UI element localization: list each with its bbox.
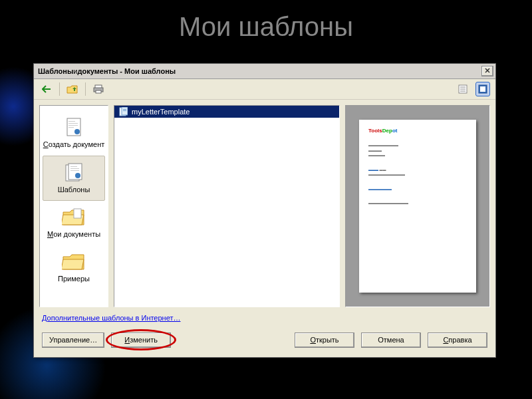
svg-point-20 — [75, 173, 80, 178]
preview-view-icon — [478, 84, 487, 94]
svg-rect-13 — [68, 127, 74, 128]
file-list-item[interactable]: myLetterTemplate — [114, 106, 339, 118]
sidebar-item-new-document[interactable]: Создать документ — [40, 111, 108, 156]
close-icon — [485, 68, 490, 73]
svg-point-14 — [74, 129, 80, 134]
sidebar-item-templates[interactable]: Шаблоны — [43, 156, 105, 201]
titlebar: Шаблоны и документы - Мои шаблоны — [34, 64, 495, 79]
title-sub: документы - Мои шаблоны — [77, 67, 176, 75]
close-button[interactable] — [481, 66, 493, 76]
up-button[interactable] — [65, 82, 80, 96]
svg-rect-17 — [70, 166, 77, 167]
svg-rect-21 — [74, 209, 81, 218]
svg-rect-18 — [70, 168, 79, 169]
svg-rect-2 — [96, 90, 101, 93]
open-button[interactable]: Открыть — [295, 332, 354, 348]
folder-documents-icon — [62, 207, 86, 227]
content-area: Создать документ Шаблоны Мои документы П… — [34, 100, 495, 313]
slide-title: Мои шаблоны — [0, 0, 532, 50]
svg-rect-12 — [68, 125, 78, 126]
sidebar-item-label: Примеры — [58, 275, 90, 283]
svg-rect-19 — [70, 170, 79, 171]
sidebar-item-label: Мои документы — [47, 230, 100, 239]
svg-rect-11 — [68, 123, 78, 124]
templates-icon — [63, 161, 85, 184]
svg-rect-10 — [68, 121, 75, 122]
preview-page: ToolsDepot ▬▬▬▬▬▬▬▬▬▬▬▬▬▬▬▬▬▬ ▬▬▬ ▬▬▬▬▬▬… — [359, 120, 476, 293]
list-view-icon — [458, 84, 467, 94]
preview-view-button[interactable] — [475, 82, 490, 96]
file-list[interactable]: myLetterTemplate — [114, 105, 340, 307]
svg-rect-24 — [123, 109, 126, 110]
toolbar — [34, 79, 495, 100]
sidebar-item-label: Шаблоны — [58, 186, 90, 194]
title-main: Шаблоны — [38, 67, 73, 75]
svg-rect-25 — [123, 110, 126, 111]
print-button[interactable] — [91, 82, 106, 96]
folder-up-icon — [66, 84, 78, 94]
sidebar-item-label: Создать документ — [43, 140, 105, 149]
cancel-button[interactable]: Отмена — [361, 332, 421, 348]
preview-pane: ToolsDepot ▬▬▬▬▬▬▬▬▬▬▬▬▬▬▬▬▬▬ ▬▬▬ ▬▬▬▬▬▬… — [345, 105, 490, 307]
manage-button[interactable]: Управление… — [42, 332, 104, 348]
svg-rect-8 — [480, 86, 485, 92]
button-bar: Управление… Изменить Открыть Отмена Спра… — [34, 327, 495, 357]
template-file-icon — [118, 107, 128, 116]
back-button[interactable] — [39, 82, 54, 96]
back-arrow-icon — [42, 85, 51, 93]
toolbar-separator — [59, 82, 60, 96]
print-icon — [93, 84, 104, 94]
sidebar-item-examples[interactable]: Примеры — [40, 245, 108, 290]
help-button[interactable]: Справка — [428, 332, 487, 348]
toolbar-separator — [85, 82, 86, 96]
new-document-icon — [63, 116, 85, 138]
templates-dialog: Шаблоны и документы - Мои шаблоны — [33, 63, 496, 358]
link-row: Дополнительные шаблоны в Интернет… — [34, 313, 495, 327]
folder-examples-icon — [62, 251, 86, 271]
sidebar-item-my-documents[interactable]: Мои документы — [40, 201, 108, 245]
file-name: myLetterTemplate — [132, 108, 190, 116]
more-templates-link[interactable]: Дополнительные шаблоны в Интернет… — [42, 314, 180, 322]
edit-button[interactable]: Изменить — [111, 332, 171, 348]
list-view-button[interactable] — [456, 82, 470, 96]
category-sidebar: Создать документ Шаблоны Мои документы П… — [39, 105, 108, 307]
